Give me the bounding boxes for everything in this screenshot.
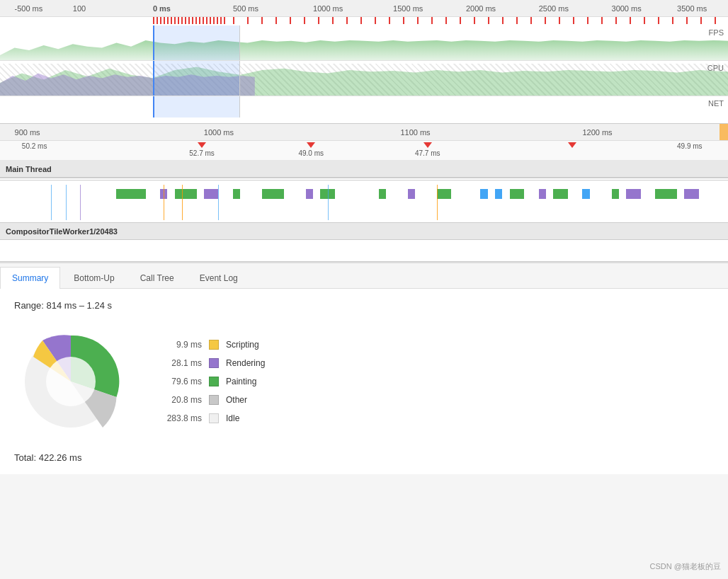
zoom-tick-900: 900 ms xyxy=(15,128,40,137)
red-markers-sparse xyxy=(233,17,728,24)
total-label: Total: 422.26 ms xyxy=(14,452,714,463)
fps-label: FPS xyxy=(709,28,724,37)
frame-marker-1: 50.2 ms xyxy=(22,142,47,150)
frame-time-4: 47.7 ms xyxy=(415,149,440,157)
activity-bar-21 xyxy=(684,189,699,199)
frame-marker-6 xyxy=(568,142,576,148)
v-line-5 xyxy=(328,185,329,220)
summary-panel: Range: 814 ms – 1.24 s xyxy=(0,289,728,474)
net-label: NET xyxy=(708,99,724,108)
timeline-ruler: -500 ms 100 0 ms 500 ms 1000 ms 1500 ms … xyxy=(0,0,728,17)
zoom-tick-1000: 1000 ms xyxy=(204,128,234,137)
zoom-tick-1100: 1100 ms xyxy=(400,128,430,137)
frame-marker-5: 49.9 ms xyxy=(677,142,703,150)
frame-timing-row: 50.2 ms 52.7 ms 49.0 ms 47.7 ms 49.9 ms xyxy=(0,141,728,161)
frame-marker-4: 47.7 ms xyxy=(415,142,440,157)
selected-region-net xyxy=(153,96,240,117)
frame-drop-triangle-3 xyxy=(307,142,315,148)
pie-center xyxy=(46,357,96,406)
compositor-header: CompositorTileWorker1/20483 xyxy=(0,223,728,240)
legend-painting-label: Painting xyxy=(226,377,256,386)
tab-summary[interactable]: Summary xyxy=(0,267,60,289)
frame-time-3: 49.0 ms xyxy=(298,149,324,157)
activity-bar-1 xyxy=(116,189,145,199)
frame-drop-markers xyxy=(0,17,728,25)
frame-marker-3: 49.0 ms xyxy=(298,142,324,157)
activity-bar-9 xyxy=(379,189,386,199)
v-line-1 xyxy=(51,185,52,220)
main-thread-activity xyxy=(0,180,728,223)
activity-bar-10 xyxy=(408,189,415,199)
tabs-row: Summary Bottom-Up Call Tree Event Log xyxy=(0,263,728,289)
legend-other: 20.8 ms Other xyxy=(156,395,265,405)
chart-row: 9.9 ms Scripting 28.1 ms Rendering 79.6 … xyxy=(14,325,714,438)
ruler-tick-3500: 3500 ms xyxy=(677,4,707,13)
ruler-tick-2000: 2000 ms xyxy=(466,4,496,13)
activity-bar-7 xyxy=(306,189,313,199)
bottom-panel: Summary Bottom-Up Call Tree Event Log Ra… xyxy=(0,262,728,474)
activity-bar-20 xyxy=(655,189,677,199)
v-line-orange-2 xyxy=(182,185,183,220)
tab-bottom-up[interactable]: Bottom-Up xyxy=(62,267,126,289)
v-line-orange-3 xyxy=(437,185,438,220)
activity-bar-4 xyxy=(204,189,219,199)
legend-painting: 79.6 ms Painting xyxy=(156,377,265,386)
legend-painting-value: 79.6 ms xyxy=(156,377,202,386)
activity-bar-6 xyxy=(262,189,284,199)
tab-call-tree[interactable]: Call Tree xyxy=(128,267,186,289)
net-track: NET xyxy=(0,96,728,117)
v-line-4 xyxy=(218,185,219,220)
frame-time-5: 49.9 ms xyxy=(677,142,703,150)
legend-scripting-value: 9.9 ms xyxy=(156,340,202,350)
activity-bar-5 xyxy=(233,189,240,199)
frame-drop-triangle-4 xyxy=(423,142,432,148)
cpu-track: CPU xyxy=(0,61,728,96)
ruler-tick-1500: 1500 ms xyxy=(393,4,423,13)
compositor-activity xyxy=(0,240,728,261)
legend-other-label: Other xyxy=(226,395,247,405)
main-thread-label: Main Thread xyxy=(6,165,52,173)
activity-bar-18 xyxy=(612,189,619,199)
frame-time-1: 50.2 ms xyxy=(22,142,47,150)
ruler-tick-100: 100 xyxy=(73,4,86,13)
zoomed-ruler: 900 ms 1000 ms 1100 ms 1200 ms xyxy=(0,124,728,141)
legend-idle-value: 283.8 ms xyxy=(156,413,202,423)
legend-rendering-value: 28.1 ms xyxy=(156,358,202,368)
timeline-zoomed: 900 ms 1000 ms 1100 ms 1200 ms 50.2 ms 5… xyxy=(0,124,728,180)
legend-other-value: 20.8 ms xyxy=(156,395,202,405)
legend-idle: 283.8 ms Idle xyxy=(156,413,265,423)
activity-bar-17 xyxy=(582,189,589,199)
pie-chart-svg xyxy=(14,325,127,438)
pie-chart xyxy=(14,325,127,438)
legend: 9.9 ms Scripting 28.1 ms Rendering 79.6 … xyxy=(156,340,265,423)
ruler-tick-500: 500 ms xyxy=(233,4,258,13)
timeline-overview: -500 ms 100 0 ms 500 ms 1000 ms 1500 ms … xyxy=(0,0,728,124)
frame-marker-2: 52.7 ms xyxy=(189,142,215,157)
activity-bar-3 xyxy=(175,189,197,199)
legend-idle-swatch xyxy=(209,413,219,423)
legend-idle-label: Idle xyxy=(226,413,239,423)
tab-event-log[interactable]: Event Log xyxy=(188,267,250,289)
ruler-tick-0: 0 ms xyxy=(153,4,171,13)
v-line-orange-1 xyxy=(164,185,164,220)
main-thread-header: Main Thread xyxy=(0,161,728,178)
fps-chart xyxy=(0,35,728,60)
zoom-tick-1200: 1200 ms xyxy=(582,128,612,137)
fps-track: FPS xyxy=(0,25,728,61)
activity-bar-11 xyxy=(437,189,452,199)
legend-rendering-swatch xyxy=(209,358,219,368)
activity-bar-19 xyxy=(626,189,641,199)
legend-scripting-swatch xyxy=(209,340,219,350)
ruler-tick-neg500: -500 ms xyxy=(15,4,43,13)
legend-scripting: 9.9 ms Scripting xyxy=(156,340,265,350)
compositor-label: CompositorTileWorker1/20483 xyxy=(6,227,118,236)
selection-handle[interactable] xyxy=(720,124,728,140)
main-thread-section: Main Thread xyxy=(0,161,728,178)
frame-drop-triangle-2 xyxy=(198,142,206,148)
ruler-tick-1000: 1000 ms xyxy=(313,4,343,13)
legend-scripting-label: Scripting xyxy=(226,340,259,350)
red-markers-dense xyxy=(153,17,226,24)
v-line-3 xyxy=(80,185,81,220)
ruler-tick-2500: 2500 ms xyxy=(539,4,569,13)
compositor-section: CompositorTileWorker1/20483 xyxy=(0,223,728,262)
